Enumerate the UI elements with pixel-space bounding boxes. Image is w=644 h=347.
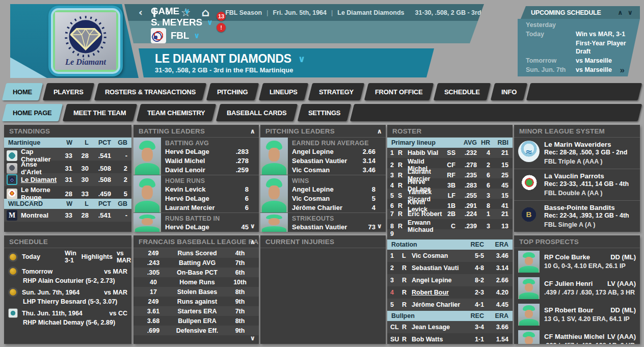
player-name-link[interactable]: RP Cole Burke: [544, 253, 590, 262]
scroll-up-button[interactable]: ∧: [250, 238, 255, 246]
player-name-link[interactable]: Laurant Mercier: [165, 204, 215, 211]
rotation-row[interactable]: 4 R Robert Bour 2-3 4.20: [387, 286, 513, 299]
more-schedule-icon[interactable]: »: [620, 65, 625, 75]
leader-row[interactable]: Laurant Mercier 6: [161, 203, 249, 212]
probable-pitcher[interactable]: RHP Michael Demay (5-6, 2.89): [23, 319, 127, 326]
primary-tab[interactable]: FRONT OFFICE: [364, 83, 434, 100]
player-name-link[interactable]: Jean Lesage: [412, 324, 462, 331]
standings-team-row[interactable]: Le Morne Rouge 28 33 .459 5: [4, 186, 131, 199]
scroll-up-button[interactable]: ∧: [377, 127, 382, 135]
primary-tab[interactable]: SCHEDULE: [433, 83, 490, 100]
scroll-down-button[interactable]: ∨: [377, 222, 382, 230]
standings-team-row[interactable]: Anse d'Arlet 31 30 .508 2: [4, 161, 131, 173]
prospect-row[interactable]: SP Robert Bour DD (ML) 13 G, 1 SV, 4.20 …: [514, 301, 640, 328]
schedule-row[interactable]: Tomorrow vs MAR RHP Alain Couturier (5-2…: [4, 265, 131, 286]
player-name-link[interactable]: Angel Lepine: [292, 185, 334, 193]
leader-row[interactable]: Vic Cosman 5: [288, 194, 375, 203]
standings-team-row[interactable]: Cap Chevalier 33 28 .541 -: [4, 148, 131, 161]
team-name-link[interactable]: Basse-Pointe Bandits: [544, 204, 629, 212]
secondary-tab[interactable]: MEET THE TEAM: [62, 104, 137, 121]
player-name-link[interactable]: Sebastian Vautier: [292, 223, 347, 231]
probable-pitcher[interactable]: LHP Thierry Besnard (5-3, 3.07): [23, 298, 127, 305]
secondary-tab[interactable]: BASEBALL CARDS: [216, 104, 298, 121]
player-name-link[interactable]: Bob Watts: [412, 336, 462, 343]
bullpen-row[interactable]: SU R Bob Watts 1-1 1.54: [387, 333, 513, 344]
scroll-down-button[interactable]: ∨: [250, 334, 255, 342]
probable-pitcher[interactable]: RHP Alain Couturier (5-2, 2.73): [23, 277, 127, 284]
player-name-link[interactable]: Habib Vial: [408, 149, 442, 156]
secondary-tab[interactable]: TEAM CHEMISTRY: [137, 104, 216, 121]
team-name-link[interactable]: Anse d'Arlet: [21, 161, 58, 176]
leader-row[interactable]: Hervé DeLage .283: [161, 147, 249, 156]
lineup-row[interactable]: 7 R Éric Robert 2B .224 1 21: [387, 209, 513, 219]
player-name-link[interactable]: Vic Cosman: [412, 252, 462, 259]
minor-team-row[interactable]: Basse-Pointe Bandits Rec: 22-34, .393, 1…: [514, 201, 640, 232]
player-name-link[interactable]: Vic Cosman: [292, 166, 330, 174]
prospect-row[interactable]: CF Matthieu Michel LV (AAA) .323 / .457 …: [514, 328, 640, 344]
primary-tab[interactable]: ROSTERS & TRANSACTIONS: [94, 83, 207, 100]
upcoming-schedule-row[interactable]: Yesterday: [518, 20, 640, 30]
secondary-tab[interactable]: HOME PAGE: [2, 104, 63, 121]
leader-row[interactable]: Walid Michel .278: [161, 156, 249, 166]
lineup-row[interactable]: 6 R Kevin Levick 1B .291 8 41: [387, 199, 513, 209]
player-name-link[interactable]: Robert Bour: [412, 289, 462, 296]
player-name-link[interactable]: Angel Lepine: [292, 148, 334, 155]
minor-team-row[interactable]: Le Marin Waveriders Rec: 28-28, .500, 3 …: [514, 138, 640, 169]
back-icon[interactable]: ‹: [139, 8, 143, 17]
player-name-link[interactable]: Sebastian Vauti: [412, 264, 462, 272]
secondary-tab[interactable]: SETTINGS: [297, 104, 351, 121]
rotation-row[interactable]: 3 R Angel Lepine 8-2 2.66: [387, 274, 513, 286]
leader-row[interactable]: Angel Lepine 8: [288, 185, 375, 194]
player-name-link[interactable]: Erwann Michaud: [408, 219, 442, 233]
team-name-link[interactable]: Le Morne Rouge: [21, 186, 58, 201]
bullpen-row[interactable]: CL R Jean Lesage 3-4 3.66: [387, 321, 513, 333]
primary-tab[interactable]: LINEUPS: [259, 83, 308, 100]
highlights-link[interactable]: Highlights: [82, 253, 113, 260]
player-name-link[interactable]: CF Julien Henri: [544, 280, 593, 288]
lineup-row[interactable]: 5 S Yannick Siccard LF .255 3 15: [387, 189, 513, 199]
team-logo[interactable]: Le Diamant: [48, 6, 123, 76]
upcoming-schedule-row[interactable]: First-Year Player Draft: [518, 39, 640, 56]
primary-tab[interactable]: INFO: [490, 83, 527, 100]
player-name-link[interactable]: SP Robert Bour: [544, 306, 594, 315]
leader-row[interactable]: Sebastian Vautier 73: [288, 223, 375, 232]
player-name-link[interactable]: Hervé DeLage: [165, 223, 209, 231]
schedule-row[interactable]: Thu. Jun. 11th, 1964 vs CC RHP Michael D…: [4, 307, 131, 328]
team-name-link[interactable]: Le Marin Waveriders: [544, 141, 627, 149]
player-name-link[interactable]: Angel Lepine: [412, 277, 462, 284]
leader-row[interactable]: Hervé DeLage 45: [161, 223, 249, 232]
scroll-up-button[interactable]: ∧: [250, 127, 255, 135]
leader-row[interactable]: Hervé DeLage 6: [161, 194, 249, 203]
rotation-row[interactable]: 5 R Jérôme Charlier 4-1 4.45: [387, 299, 513, 311]
standings-team-row[interactable]: Montreal 33 28 .541 -: [4, 209, 131, 222]
player-name-link[interactable]: Éric Robert: [408, 210, 442, 218]
player-name-link[interactable]: Vic Cosman: [292, 195, 330, 202]
minor-team-row[interactable]: La Vauclin Parrots Rec: 23-33, .411, 14 …: [514, 169, 640, 201]
lineup-slot-9[interactable]: 9: [387, 229, 513, 239]
leader-row[interactable]: Angel Lepine 2.66: [288, 147, 375, 156]
prospect-row[interactable]: RP Cole Burke DD (ML) 10 G, 0-3, 4.10 ER…: [514, 248, 640, 275]
rotation-row[interactable]: 1 L Vic Cosman 5-5 3.46: [387, 250, 513, 262]
upcoming-schedule-row[interactable]: Mon. Jun. 8th: [518, 74, 640, 84]
player-name-link[interactable]: Hervé DeLage: [165, 148, 209, 155]
lineup-row[interactable]: 2 R Walid Michel CF .278 2 15: [387, 158, 513, 168]
leader-row[interactable]: David Lenoir .259: [161, 166, 249, 175]
leader-row[interactable]: Vic Cosman 3.46: [288, 166, 375, 175]
player-name-link[interactable]: Jérôme Charlier: [412, 301, 462, 308]
player-name-link[interactable]: David Lenoir: [165, 166, 205, 174]
prospect-row[interactable]: CF Julien Henri LV (AAA) .439 / .473 / .…: [514, 275, 640, 301]
player-name-link[interactable]: Jérôme Charlier: [292, 204, 342, 211]
lineup-row[interactable]: 4 R Hervé DeLage 3B .283 6 45: [387, 178, 513, 189]
leader-row[interactable]: Kevin Levick 8: [161, 185, 249, 194]
team-name-link[interactable]: La Vauclin Parrots: [544, 172, 629, 180]
menu-item[interactable]: FBL ∨ !: [151, 28, 233, 43]
lineup-row[interactable]: 3 R Laurant Mercier RF .235 6 25: [387, 168, 513, 178]
leader-row[interactable]: Jérôme Charlier 4: [288, 203, 375, 212]
leader-row[interactable]: Sebastian Vautier 3.14: [288, 156, 375, 166]
upcoming-schedule-row[interactable]: Today Win vs MAR, 3-1: [518, 30, 640, 39]
player-name-link[interactable]: CF Matthieu Michel: [544, 333, 604, 341]
scroll-down-icon[interactable]: ∨: [627, 9, 633, 16]
player-name-link[interactable]: Sebastian Vautier: [292, 157, 347, 165]
team-name-link[interactable]: Le Diamant: [21, 176, 58, 183]
rotation-row[interactable]: 2 R Sebastian Vauti 4-8 3.14: [387, 262, 513, 274]
